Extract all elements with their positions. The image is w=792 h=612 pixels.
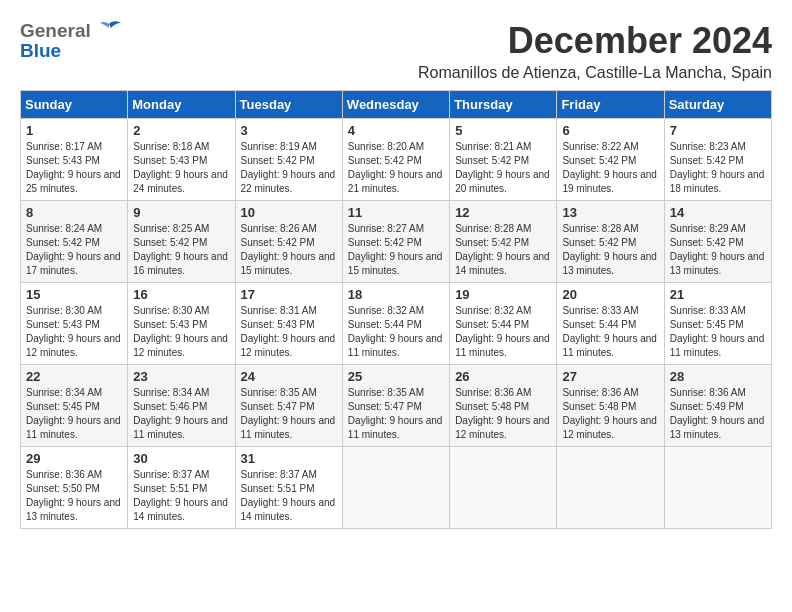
calendar-table: Sunday Monday Tuesday Wednesday Thursday… bbox=[20, 90, 772, 529]
day-number: 20 bbox=[562, 287, 658, 302]
day-number: 1 bbox=[26, 123, 122, 138]
day-number: 24 bbox=[241, 369, 337, 384]
table-row: 9 Sunrise: 8:25 AMSunset: 5:42 PMDayligh… bbox=[128, 201, 235, 283]
table-row: 6 Sunrise: 8:22 AMSunset: 5:42 PMDayligh… bbox=[557, 119, 664, 201]
header-wednesday: Wednesday bbox=[342, 91, 449, 119]
day-info: Sunrise: 8:24 AMSunset: 5:42 PMDaylight:… bbox=[26, 223, 121, 276]
header-thursday: Thursday bbox=[450, 91, 557, 119]
table-row: 24 Sunrise: 8:35 AMSunset: 5:47 PMDaylig… bbox=[235, 365, 342, 447]
page-title: December 2024 bbox=[418, 20, 772, 62]
day-number: 17 bbox=[241, 287, 337, 302]
day-info: Sunrise: 8:18 AMSunset: 5:43 PMDaylight:… bbox=[133, 141, 228, 194]
day-info: Sunrise: 8:26 AMSunset: 5:42 PMDaylight:… bbox=[241, 223, 336, 276]
day-number: 4 bbox=[348, 123, 444, 138]
day-info: Sunrise: 8:17 AMSunset: 5:43 PMDaylight:… bbox=[26, 141, 121, 194]
page-header: General Blue December 2024 Romanillos de… bbox=[20, 20, 772, 82]
table-row: 14 Sunrise: 8:29 AMSunset: 5:42 PMDaylig… bbox=[664, 201, 771, 283]
day-number: 10 bbox=[241, 205, 337, 220]
table-row: 15 Sunrise: 8:30 AMSunset: 5:43 PMDaylig… bbox=[21, 283, 128, 365]
day-info: Sunrise: 8:28 AMSunset: 5:42 PMDaylight:… bbox=[455, 223, 550, 276]
table-row: 19 Sunrise: 8:32 AMSunset: 5:44 PMDaylig… bbox=[450, 283, 557, 365]
calendar-header-row: Sunday Monday Tuesday Wednesday Thursday… bbox=[21, 91, 772, 119]
day-number: 26 bbox=[455, 369, 551, 384]
day-info: Sunrise: 8:34 AMSunset: 5:45 PMDaylight:… bbox=[26, 387, 121, 440]
day-info: Sunrise: 8:36 AMSunset: 5:49 PMDaylight:… bbox=[670, 387, 765, 440]
day-number: 12 bbox=[455, 205, 551, 220]
day-number: 11 bbox=[348, 205, 444, 220]
day-info: Sunrise: 8:36 AMSunset: 5:48 PMDaylight:… bbox=[562, 387, 657, 440]
day-info: Sunrise: 8:37 AMSunset: 5:51 PMDaylight:… bbox=[133, 469, 228, 522]
day-number: 5 bbox=[455, 123, 551, 138]
calendar-week-1: 1 Sunrise: 8:17 AMSunset: 5:43 PMDayligh… bbox=[21, 119, 772, 201]
table-row: 31 Sunrise: 8:37 AMSunset: 5:51 PMDaylig… bbox=[235, 447, 342, 529]
table-row: 23 Sunrise: 8:34 AMSunset: 5:46 PMDaylig… bbox=[128, 365, 235, 447]
header-sunday: Sunday bbox=[21, 91, 128, 119]
day-info: Sunrise: 8:32 AMSunset: 5:44 PMDaylight:… bbox=[455, 305, 550, 358]
logo-blue-text: Blue bbox=[20, 40, 61, 62]
day-number: 25 bbox=[348, 369, 444, 384]
day-info: Sunrise: 8:22 AMSunset: 5:42 PMDaylight:… bbox=[562, 141, 657, 194]
table-row: 12 Sunrise: 8:28 AMSunset: 5:42 PMDaylig… bbox=[450, 201, 557, 283]
calendar-week-3: 15 Sunrise: 8:30 AMSunset: 5:43 PMDaylig… bbox=[21, 283, 772, 365]
day-number: 13 bbox=[562, 205, 658, 220]
day-number: 21 bbox=[670, 287, 766, 302]
header-saturday: Saturday bbox=[664, 91, 771, 119]
day-info: Sunrise: 8:35 AMSunset: 5:47 PMDaylight:… bbox=[241, 387, 336, 440]
day-info: Sunrise: 8:33 AMSunset: 5:45 PMDaylight:… bbox=[670, 305, 765, 358]
day-number: 2 bbox=[133, 123, 229, 138]
page-subtitle: Romanillos de Atienza, Castille-La Manch… bbox=[418, 64, 772, 82]
table-row bbox=[450, 447, 557, 529]
day-number: 15 bbox=[26, 287, 122, 302]
day-number: 23 bbox=[133, 369, 229, 384]
logo: General Blue bbox=[20, 20, 123, 62]
calendar-week-5: 29 Sunrise: 8:36 AMSunset: 5:50 PMDaylig… bbox=[21, 447, 772, 529]
table-row: 27 Sunrise: 8:36 AMSunset: 5:48 PMDaylig… bbox=[557, 365, 664, 447]
table-row: 3 Sunrise: 8:19 AMSunset: 5:42 PMDayligh… bbox=[235, 119, 342, 201]
day-number: 14 bbox=[670, 205, 766, 220]
logo-bird-icon bbox=[95, 20, 123, 42]
day-info: Sunrise: 8:29 AMSunset: 5:42 PMDaylight:… bbox=[670, 223, 765, 276]
day-number: 30 bbox=[133, 451, 229, 466]
header-friday: Friday bbox=[557, 91, 664, 119]
table-row: 30 Sunrise: 8:37 AMSunset: 5:51 PMDaylig… bbox=[128, 447, 235, 529]
day-number: 7 bbox=[670, 123, 766, 138]
day-number: 22 bbox=[26, 369, 122, 384]
title-block: December 2024 Romanillos de Atienza, Cas… bbox=[418, 20, 772, 82]
day-number: 9 bbox=[133, 205, 229, 220]
logo-general-text: General bbox=[20, 20, 91, 42]
table-row bbox=[557, 447, 664, 529]
table-row: 18 Sunrise: 8:32 AMSunset: 5:44 PMDaylig… bbox=[342, 283, 449, 365]
calendar-week-2: 8 Sunrise: 8:24 AMSunset: 5:42 PMDayligh… bbox=[21, 201, 772, 283]
day-number: 3 bbox=[241, 123, 337, 138]
table-row: 8 Sunrise: 8:24 AMSunset: 5:42 PMDayligh… bbox=[21, 201, 128, 283]
day-info: Sunrise: 8:28 AMSunset: 5:42 PMDaylight:… bbox=[562, 223, 657, 276]
table-row: 17 Sunrise: 8:31 AMSunset: 5:43 PMDaylig… bbox=[235, 283, 342, 365]
day-number: 29 bbox=[26, 451, 122, 466]
calendar-week-4: 22 Sunrise: 8:34 AMSunset: 5:45 PMDaylig… bbox=[21, 365, 772, 447]
table-row: 29 Sunrise: 8:36 AMSunset: 5:50 PMDaylig… bbox=[21, 447, 128, 529]
day-info: Sunrise: 8:27 AMSunset: 5:42 PMDaylight:… bbox=[348, 223, 443, 276]
day-info: Sunrise: 8:36 AMSunset: 5:50 PMDaylight:… bbox=[26, 469, 121, 522]
table-row: 28 Sunrise: 8:36 AMSunset: 5:49 PMDaylig… bbox=[664, 365, 771, 447]
table-row: 21 Sunrise: 8:33 AMSunset: 5:45 PMDaylig… bbox=[664, 283, 771, 365]
table-row bbox=[664, 447, 771, 529]
day-number: 6 bbox=[562, 123, 658, 138]
day-info: Sunrise: 8:37 AMSunset: 5:51 PMDaylight:… bbox=[241, 469, 336, 522]
table-row bbox=[342, 447, 449, 529]
day-info: Sunrise: 8:36 AMSunset: 5:48 PMDaylight:… bbox=[455, 387, 550, 440]
day-info: Sunrise: 8:33 AMSunset: 5:44 PMDaylight:… bbox=[562, 305, 657, 358]
day-number: 18 bbox=[348, 287, 444, 302]
table-row: 2 Sunrise: 8:18 AMSunset: 5:43 PMDayligh… bbox=[128, 119, 235, 201]
table-row: 10 Sunrise: 8:26 AMSunset: 5:42 PMDaylig… bbox=[235, 201, 342, 283]
day-number: 31 bbox=[241, 451, 337, 466]
day-number: 19 bbox=[455, 287, 551, 302]
table-row: 7 Sunrise: 8:23 AMSunset: 5:42 PMDayligh… bbox=[664, 119, 771, 201]
table-row: 22 Sunrise: 8:34 AMSunset: 5:45 PMDaylig… bbox=[21, 365, 128, 447]
header-monday: Monday bbox=[128, 91, 235, 119]
day-info: Sunrise: 8:31 AMSunset: 5:43 PMDaylight:… bbox=[241, 305, 336, 358]
day-number: 28 bbox=[670, 369, 766, 384]
day-info: Sunrise: 8:30 AMSunset: 5:43 PMDaylight:… bbox=[133, 305, 228, 358]
table-row: 25 Sunrise: 8:35 AMSunset: 5:47 PMDaylig… bbox=[342, 365, 449, 447]
table-row: 4 Sunrise: 8:20 AMSunset: 5:42 PMDayligh… bbox=[342, 119, 449, 201]
day-number: 8 bbox=[26, 205, 122, 220]
